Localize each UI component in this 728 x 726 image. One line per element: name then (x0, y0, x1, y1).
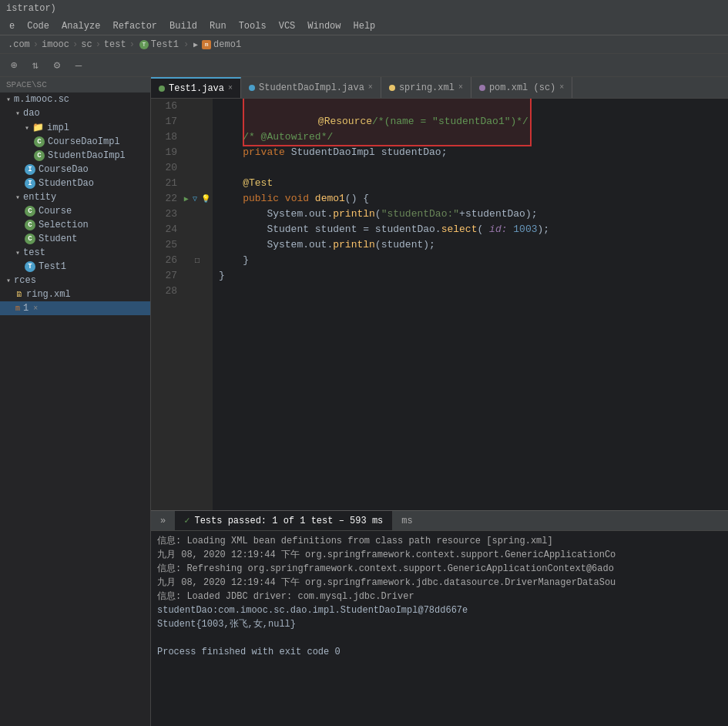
sidebar-label: Selection (39, 220, 89, 230)
menu-item-build[interactable]: Build (163, 21, 203, 32)
breadcrumb-part[interactable]: sc (79, 39, 93, 50)
console-line-9: Process finished with exit code 0 (157, 645, 722, 659)
sidebar-item-studentdao[interactable]: I StudentDao (0, 176, 150, 190)
code-content[interactable]: @Resource/*(name = "studentDao1")*/ /* @… (213, 99, 728, 510)
sidebar-item-test1[interactable]: T Test1 (0, 260, 150, 274)
sidebar-item-coursedaoimpl[interactable]: C CourseDaoImpl (0, 135, 150, 149)
gutter-17 (182, 114, 213, 129)
menu-item-window[interactable]: Window (301, 21, 347, 32)
main-layout: space\sc ▾ m.imooc.sc ▾ dao ▾ 📁 impl C C… (0, 77, 728, 726)
tab-close-icon[interactable]: × (559, 83, 564, 92)
menu-item-code[interactable]: Code (21, 21, 55, 32)
tab-label: StudentDaoImpl.java (259, 82, 364, 93)
tab-close-icon[interactable]: × (458, 83, 463, 92)
code-line-28 (219, 284, 728, 299)
code-line-22: public void demo1 () { (219, 191, 728, 207)
tab-close-icon[interactable]: × (368, 83, 373, 92)
line-numbers: 16 17 18 19 20 21 22 23 24 25 26 27 28 (151, 99, 182, 510)
test-icon: T (25, 261, 35, 272)
tab-studentdaoimpl[interactable]: StudentDaoImpl.java × (241, 77, 381, 98)
menu-item-tools[interactable]: Tools (233, 21, 273, 32)
tab-label: pom.xml (sc) (489, 82, 555, 93)
code-editor[interactable]: 16 17 18 19 20 21 22 23 24 25 26 27 28 (151, 99, 728, 510)
class-icon: C (34, 136, 45, 147)
code-line-27: } (219, 268, 728, 284)
sidebar-label: StudentDaoImpl (48, 150, 126, 161)
sidebar-item-student[interactable]: C Student (0, 232, 150, 246)
tab-icon (479, 85, 485, 91)
code-line-25: System.out. println (student); (219, 237, 728, 253)
bottom-tab-chevron[interactable]: » (151, 511, 175, 530)
menu-item-run[interactable]: Run (203, 21, 233, 32)
tab-test1java[interactable]: Test1.java × (151, 77, 241, 98)
console-output[interactable]: 信息: Loading XML bean definitions from cl… (151, 531, 728, 726)
tab-close-icon[interactable]: × (228, 84, 233, 92)
add-icon[interactable]: ⊕ (6, 58, 22, 73)
bottom-tab-run[interactable]: ✓ Tests passed: 1 of 1 test – 593 ms (175, 511, 392, 530)
sidebar-item-test[interactable]: ▾ test (0, 246, 150, 260)
sync-icon[interactable]: ⇅ (28, 58, 43, 73)
collapse-icon[interactable]: ▽ (193, 194, 197, 203)
menu-item-help[interactable]: Help (347, 21, 382, 32)
code-line-24: Student student = studentDao. select ( i… (219, 222, 728, 237)
class-icon: C (25, 220, 35, 230)
sidebar-label: Test1 (39, 261, 66, 272)
tab-pomxml[interactable]: pom.xml (sc) × (471, 77, 572, 98)
menu-item-analyze[interactable]: Analyze (55, 21, 106, 32)
gutter-20 (182, 160, 213, 176)
settings-icon[interactable]: ⚙ (49, 58, 65, 73)
breadcrumb-part[interactable]: imooc (40, 39, 71, 50)
sidebar-label: dao (23, 108, 40, 119)
sidebar-item-mimoocsc[interactable]: ▾ m.imooc.sc (0, 92, 150, 106)
code-line-23: System.out. println ( "studentDao:" +stu… (219, 207, 728, 222)
gutter-18 (182, 129, 213, 145)
breadcrumb-part-test1[interactable]: T Test1 (136, 39, 182, 50)
bulb-icon[interactable]: 💡 (201, 194, 210, 203)
menu-item-e[interactable]: e (3, 21, 21, 32)
breadcrumb-part-demo1[interactable]: ▶ m demo1 (190, 39, 243, 50)
sidebar-label: CourseDao (39, 164, 89, 175)
menu-item-refactor[interactable]: Refactor (106, 21, 163, 32)
run-icon[interactable]: ▶ (184, 194, 189, 203)
sidebar-item-impl[interactable]: ▾ 📁 impl (0, 120, 150, 135)
tab-icon (389, 85, 395, 91)
sidebar-item-course[interactable]: C Course (0, 204, 150, 218)
sidebar-item-pomxml[interactable]: m 1 × (0, 301, 150, 315)
gutter-24 (182, 222, 213, 237)
xml-icon: m (15, 304, 20, 313)
sidebar-item-dao[interactable]: ▾ dao (0, 106, 150, 120)
breadcrumb-part[interactable]: test (102, 39, 128, 50)
sidebar-label: rces (14, 275, 36, 286)
bottom-tab-ms[interactable]: ms (392, 511, 421, 530)
sidebar-item-coursedao[interactable]: I CourseDao (0, 163, 150, 176)
interface-icon: I (25, 164, 35, 175)
gutter-23 (182, 207, 213, 222)
title-text: istrator) (6, 3, 56, 14)
toolbar: ⊕ ⇅ ⚙ — (0, 54, 728, 77)
class-icon: C (25, 234, 35, 244)
gutter-28 (182, 284, 213, 299)
sidebar-item-studentdaoimpl[interactable]: C StudentDaoImpl (0, 149, 150, 163)
console-line-4: 九月 08, 2020 12:19:44 下午 org.springframew… (157, 576, 722, 590)
title-bar: istrator) (0, 0, 728, 17)
sidebar-item-springxml[interactable]: 🗎 ring.xml (0, 287, 150, 301)
sidebar-label: StudentDao (39, 178, 94, 189)
tab-springxml[interactable]: spring.xml × (381, 77, 471, 98)
breadcrumb-part[interactable]: .com (6, 39, 32, 50)
check-icon: ✓ (184, 515, 190, 526)
menu-item-vcs[interactable]: VCS (273, 21, 302, 32)
sidebar-item-entity[interactable]: ▾ entity (0, 190, 150, 204)
gutter-27 (182, 268, 213, 284)
gutter-19 (182, 145, 213, 160)
tab-label: ms (401, 516, 412, 526)
sidebar-item-selection[interactable]: C Selection (0, 218, 150, 232)
sidebar-item-rces[interactable]: ▾ rces (0, 274, 150, 287)
minimize-icon[interactable]: — (71, 58, 86, 73)
expand-icon: ▾ (15, 248, 20, 257)
editor-area: Test1.java × StudentDaoImpl.java × sprin… (151, 77, 728, 726)
expand-icon: ▾ (15, 193, 20, 202)
console-line-5: 信息: Loaded JDBC driver: com.mysql.jdbc.D… (157, 590, 722, 603)
expand-icon: ▾ (6, 95, 11, 104)
sidebar-label: ring.xml (26, 289, 71, 300)
gutter-25 (182, 237, 213, 253)
